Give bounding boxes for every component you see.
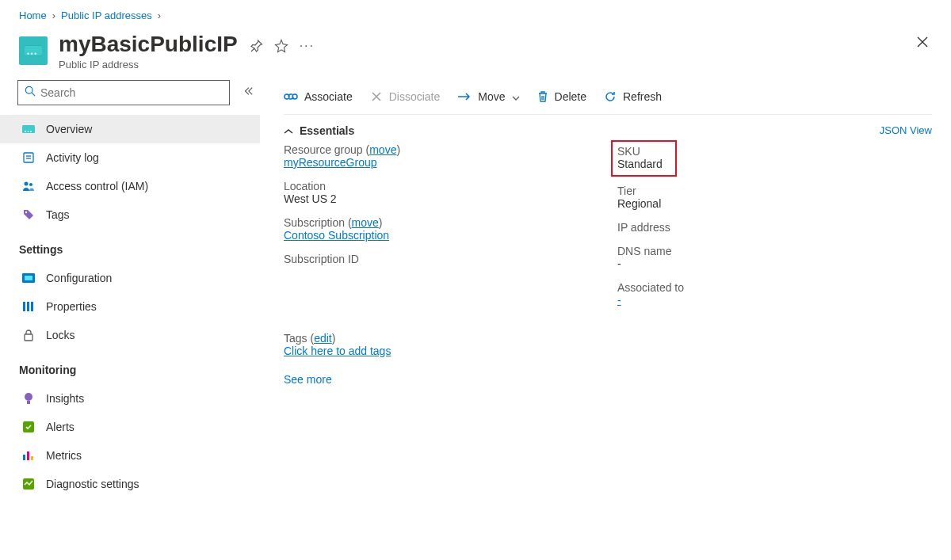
svg-point-15: [29, 183, 32, 186]
resource-group-label: Resource group (move): [284, 143, 598, 156]
ip-address-label: IP address: [617, 221, 932, 234]
sidebar-item-locks[interactable]: Locks: [0, 321, 260, 349]
sidebar-item-label: Properties: [46, 300, 97, 313]
resource-group-value-link[interactable]: myResourceGroup: [284, 156, 377, 169]
essentials-grid: Resource group (move) myResourceGroup Lo…: [284, 143, 932, 318]
subscription-move-link[interactable]: move: [352, 216, 379, 229]
sidebar-item-access-control[interactable]: Access control (IAM): [0, 172, 260, 200]
sidebar-item-label: Diagnostic settings: [46, 478, 139, 490]
sidebar-item-label: Alerts: [46, 421, 74, 433]
sidebar-item-label: Configuration: [46, 272, 112, 284]
page-header: myBasicPublicIP Public IP address ···: [0, 21, 951, 80]
sidebar-item-configuration[interactable]: Configuration: [0, 264, 260, 292]
resource-group-move-link[interactable]: move: [369, 143, 396, 156]
sidebar-item-label: Access control (IAM): [46, 180, 148, 192]
see-more-link[interactable]: See more: [284, 373, 932, 386]
svg-rect-22: [25, 334, 32, 341]
arrow-right-icon: [457, 92, 472, 101]
breadcrumb-public-ip[interactable]: Public IP addresses: [61, 10, 152, 21]
svg-rect-21: [31, 302, 33, 311]
sidebar-item-properties[interactable]: Properties: [0, 292, 260, 321]
breadcrumb: Home › Public IP addresses ›: [0, 0, 951, 21]
sidebar-item-label: Overview: [46, 123, 92, 135]
svg-point-9: [28, 131, 29, 132]
sidebar-item-alerts[interactable]: Alerts: [0, 413, 260, 441]
page-title: myBasicPublicIP: [59, 31, 238, 58]
svg-point-4: [35, 52, 36, 54]
svg-point-5: [25, 86, 32, 93]
essentials-toggle[interactable]: Essentials: [284, 124, 354, 137]
metrics-icon: [22, 449, 35, 462]
alerts-icon: [22, 421, 35, 433]
overview-icon: [22, 123, 35, 135]
delete-button[interactable]: Delete: [537, 90, 586, 103]
location-value: West US 2: [284, 192, 598, 205]
sidebar-item-metrics[interactable]: Metrics: [0, 441, 260, 470]
associated-to-value[interactable]: -: [617, 294, 621, 307]
svg-rect-24: [27, 401, 30, 404]
subscription-label: Subscription (move): [284, 216, 598, 229]
sku-highlight: SKU Standard: [611, 140, 677, 177]
button-label: Refresh: [623, 90, 662, 103]
json-view-link[interactable]: JSON View: [880, 124, 932, 136]
insights-icon: [22, 392, 35, 405]
sidebar-item-activity-log[interactable]: Activity log: [0, 143, 260, 172]
breadcrumb-home[interactable]: Home: [19, 10, 47, 21]
collapse-sidebar-icon[interactable]: [243, 86, 254, 99]
svg-point-3: [31, 52, 32, 54]
activity-log-icon: [22, 151, 35, 164]
svg-rect-20: [27, 302, 29, 311]
svg-rect-11: [24, 153, 33, 162]
lock-icon: [22, 329, 35, 341]
sidebar-section-settings: Settings: [16, 229, 260, 264]
trash-icon: [537, 90, 548, 103]
svg-point-10: [30, 131, 32, 132]
pin-icon[interactable]: [250, 40, 263, 52]
configuration-icon: [22, 272, 35, 284]
sidebar-item-tags[interactable]: Tags: [0, 200, 260, 229]
refresh-icon: [604, 90, 617, 103]
sidebar-item-label: Activity log: [46, 151, 99, 164]
svg-rect-28: [31, 456, 33, 460]
diagnostic-icon: [22, 478, 35, 490]
svg-line-6: [32, 93, 35, 96]
public-ip-icon: [19, 36, 48, 65]
search-input-wrapper[interactable]: [17, 80, 230, 105]
sidebar-item-overview[interactable]: Overview: [0, 115, 260, 143]
star-icon[interactable]: [274, 39, 288, 53]
sidebar: Overview Activity log Access control (IA…: [0, 80, 260, 498]
dns-name-label: DNS name: [617, 245, 932, 257]
subscription-value-link[interactable]: Contoso Subscription: [284, 229, 389, 242]
svg-point-23: [25, 393, 32, 401]
svg-point-8: [25, 131, 26, 132]
more-icon[interactable]: ···: [300, 39, 315, 53]
dissociate-button: Dissociate: [370, 90, 441, 103]
main-content: Associate Dissociate Move: [260, 80, 951, 386]
tags-edit-link[interactable]: edit: [314, 332, 332, 345]
dns-name-value: -: [617, 257, 932, 270]
button-label: Dissociate: [389, 90, 441, 103]
page-subtitle: Public IP address: [59, 59, 238, 70]
unlink-icon: [370, 90, 383, 103]
sidebar-item-diagnostic[interactable]: Diagnostic settings: [0, 470, 260, 498]
close-icon[interactable]: [916, 36, 929, 52]
sidebar-item-label: Metrics: [46, 449, 82, 462]
sidebar-item-insights[interactable]: Insights: [0, 384, 260, 413]
svg-rect-26: [23, 455, 25, 460]
move-button[interactable]: Move: [457, 90, 519, 103]
svg-rect-1: [25, 46, 42, 56]
tags-row: Tags (edit) Click here to add tags: [284, 332, 932, 357]
tier-value: Regional: [617, 197, 932, 210]
add-tags-link[interactable]: Click here to add tags: [284, 345, 391, 357]
chevron-right-icon: ›: [52, 10, 55, 21]
svg-point-14: [25, 181, 29, 185]
people-icon: [22, 180, 35, 192]
svg-rect-18: [25, 276, 32, 280]
associate-button[interactable]: Associate: [284, 90, 353, 103]
refresh-button[interactable]: Refresh: [604, 90, 662, 103]
chevron-up-icon: [284, 124, 293, 137]
link-icon: [284, 91, 298, 102]
svg-rect-27: [27, 451, 29, 460]
button-label: Delete: [555, 90, 586, 103]
search-input[interactable]: [40, 86, 223, 99]
